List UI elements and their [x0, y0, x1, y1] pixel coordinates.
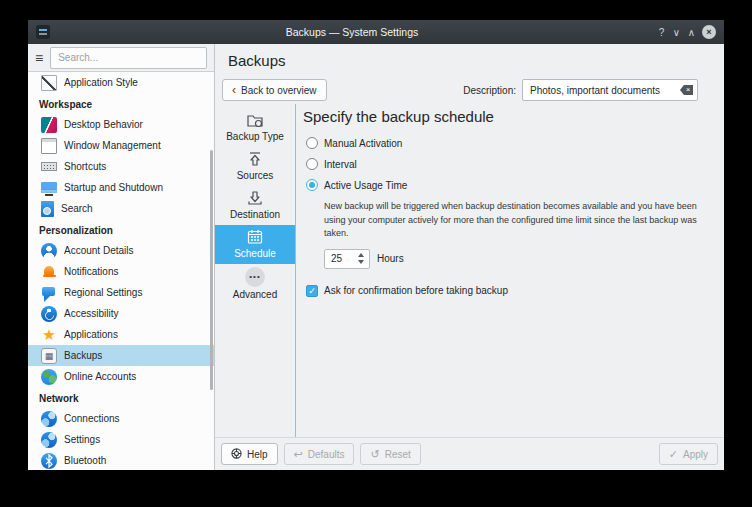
- search-input[interactable]: [50, 47, 207, 69]
- network-settings-icon: [41, 432, 57, 448]
- sidebar-item-label: Account Details: [64, 245, 133, 256]
- sidebar-item-desktop-behavior[interactable]: Desktop Behavior: [28, 114, 214, 135]
- wizard-item-label: Destination: [230, 209, 280, 220]
- sidebar-section-network: Network: [28, 387, 214, 408]
- sidebar-item-network-settings[interactable]: Settings: [28, 429, 214, 450]
- wizard-item-label: Schedule: [234, 248, 276, 259]
- titlebar-help-button[interactable]: ?: [654, 27, 669, 38]
- sidebar-item-startup-and-shutdown[interactable]: Startup and Shutdown: [28, 177, 214, 198]
- wizard-item-label: Sources: [237, 170, 274, 181]
- help-button[interactable]: Help: [221, 443, 278, 465]
- sidebar-item-application-style[interactable]: Application Style: [28, 72, 214, 93]
- sources-icon: [246, 150, 264, 168]
- sidebar-item-label: Shortcuts: [64, 161, 106, 172]
- radio-interval[interactable]: Interval: [306, 158, 708, 170]
- reset-button[interactable]: ↺ Reset: [360, 443, 420, 465]
- sidebar-item-label: Settings: [64, 434, 100, 445]
- sidebar-scrollbar[interactable]: [210, 150, 213, 390]
- menu-icon[interactable]: ≡: [35, 51, 43, 65]
- advanced-icon: •••: [245, 267, 265, 287]
- apply-button[interactable]: ✓ Apply: [659, 443, 718, 465]
- close-button[interactable]: ×: [702, 25, 716, 39]
- sidebar-item-search[interactable]: Search: [28, 198, 214, 219]
- sidebar-section-workspace: Workspace: [28, 93, 214, 114]
- titlebar[interactable]: Backups — System Settings ? ∨ ∧ ×: [28, 20, 724, 44]
- notifications-icon: [41, 264, 57, 280]
- radio-icon: [306, 158, 318, 170]
- spin-down-icon[interactable]: [358, 260, 364, 264]
- sidebar-item-label: Regional Settings: [64, 287, 142, 298]
- hours-unit-label: Hours: [377, 253, 404, 264]
- sidebar-item-label: Window Management: [64, 140, 161, 151]
- spinner-arrows[interactable]: [358, 253, 369, 264]
- sidebar-item-applications[interactable]: ★ Applications: [28, 324, 214, 345]
- sidebar-item-label: Bluetooth: [64, 455, 106, 466]
- schedule-page: Specify the backup schedule Manual Activ…: [296, 104, 724, 437]
- sidebar-item-label: Application Style: [64, 77, 138, 88]
- toolbar: ‹ Back to overview Description: ×: [215, 76, 724, 104]
- sidebar-item-label: Search: [61, 203, 93, 214]
- sidebar: ≡ Application Style Workspace Desktop Be…: [28, 44, 215, 470]
- defaults-button[interactable]: ↩ Defaults: [284, 443, 355, 465]
- radio-label: Manual Activation: [324, 138, 402, 149]
- wizard-item-destination[interactable]: Destination: [215, 186, 295, 225]
- sidebar-item-bluetooth[interactable]: Bluetooth: [28, 450, 214, 470]
- radio-label: Active Usage Time: [324, 180, 407, 191]
- help-icon: [231, 448, 242, 461]
- wizard-nav: Backup Type Sources Destination: [215, 104, 295, 437]
- sidebar-item-account-details[interactable]: Account Details: [28, 240, 214, 261]
- minimize-button[interactable]: ∨: [669, 27, 684, 38]
- back-to-overview-label: Back to overview: [241, 85, 317, 96]
- shortcuts-icon: [41, 162, 57, 171]
- sidebar-item-regional-settings[interactable]: Regional Settings: [28, 282, 214, 303]
- hours-spinbox[interactable]: [324, 249, 370, 269]
- maximize-button[interactable]: ∧: [684, 27, 699, 38]
- destination-icon: [246, 189, 264, 207]
- bluetooth-icon: [41, 453, 57, 469]
- wizard-item-advanced[interactable]: ••• Advanced: [215, 264, 295, 305]
- sidebar-item-backups[interactable]: ▦ Backups: [28, 345, 214, 366]
- startup-shutdown-icon: [41, 182, 57, 193]
- hours-input[interactable]: [325, 253, 349, 264]
- search-doc-icon: [41, 201, 54, 217]
- confirm-checkbox-row[interactable]: ✓ Ask for confirmation before taking bac…: [306, 285, 708, 297]
- sidebar-item-shortcuts[interactable]: Shortcuts: [28, 156, 214, 177]
- sidebar-item-window-management[interactable]: Window Management: [28, 135, 214, 156]
- account-details-icon: [41, 243, 57, 259]
- defaults-label: Defaults: [308, 449, 345, 460]
- wizard-item-backup-type[interactable]: Backup Type: [215, 108, 295, 147]
- checkbox-checked-icon[interactable]: ✓: [306, 285, 318, 297]
- sidebar-item-accessibility[interactable]: Accessibility: [28, 303, 214, 324]
- help-label: Help: [247, 449, 268, 460]
- sidebar-item-label: Notifications: [64, 266, 118, 277]
- radio-active-usage-time[interactable]: Active Usage Time: [306, 179, 708, 191]
- system-settings-window: Backups — System Settings ? ∨ ∧ × ≡ Appl…: [28, 20, 724, 470]
- description-input[interactable]: [522, 79, 698, 101]
- main-panel: Backups ‹ Back to overview Description: …: [215, 44, 724, 470]
- sidebar-item-online-accounts[interactable]: Online Accounts: [28, 366, 214, 387]
- window-management-icon: [41, 138, 57, 154]
- online-accounts-icon: [41, 369, 57, 385]
- applications-icon: ★: [41, 327, 57, 343]
- app-icon: [36, 25, 50, 39]
- reset-icon: ↺: [370, 449, 379, 460]
- sidebar-item-label: Applications: [64, 329, 118, 340]
- radio-manual-activation[interactable]: Manual Activation: [306, 137, 708, 149]
- page-title: Backups: [215, 44, 724, 76]
- regional-settings-icon: [41, 285, 57, 301]
- wizard-item-sources[interactable]: Sources: [215, 147, 295, 186]
- backup-type-icon: [246, 111, 264, 129]
- sidebar-item-notifications[interactable]: Notifications: [28, 261, 214, 282]
- sidebar-item-connections[interactable]: Connections: [28, 408, 214, 429]
- defaults-icon: ↩: [294, 449, 303, 460]
- sidebar-section-personalization: Personalization: [28, 219, 214, 240]
- schedule-icon: [246, 228, 264, 246]
- description-label: Description:: [463, 85, 522, 96]
- radio-label: Interval: [324, 159, 357, 170]
- application-style-icon: [41, 75, 57, 91]
- spin-up-icon[interactable]: [358, 253, 364, 257]
- wizard-item-schedule[interactable]: Schedule: [215, 225, 295, 264]
- radio-icon: [306, 137, 318, 149]
- back-to-overview-button[interactable]: ‹ Back to overview: [222, 79, 327, 101]
- radio-icon: [306, 179, 318, 191]
